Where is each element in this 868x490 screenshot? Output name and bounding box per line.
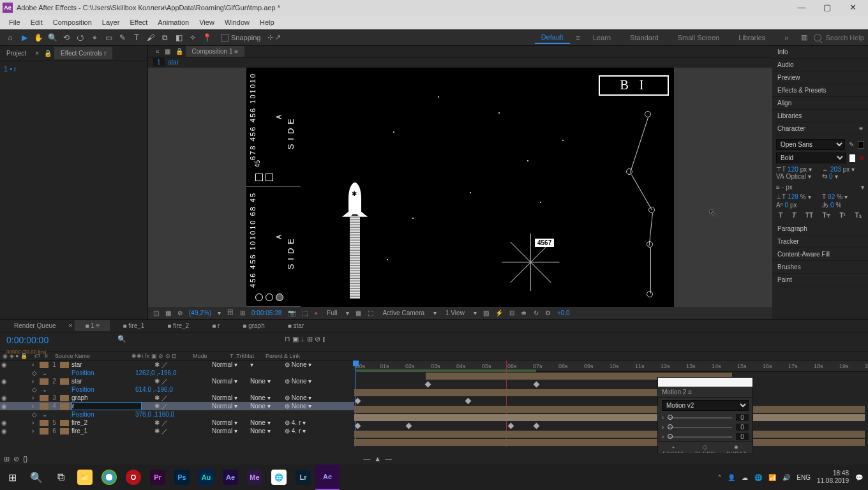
workspace-menu-icon[interactable]: ≡ [576, 34, 580, 41]
panel-libraries[interactable]: Libraries [772, 110, 868, 122]
search-help[interactable]: Search Help [814, 34, 864, 41]
toggle-in-out-icon[interactable]: {} [23, 455, 27, 463]
maximize-button[interactable]: ▢ [814, 0, 840, 15]
panel-menu-icon[interactable]: ≡ [859, 125, 863, 132]
exposure-gear-icon[interactable]: ⚙ [545, 309, 551, 316]
people-icon[interactable]: 👤 [728, 474, 735, 481]
notifications-icon[interactable]: 💬 [855, 474, 863, 481]
region-icon[interactable]: ⬚ [302, 309, 308, 316]
lightroom-icon[interactable]: Lr [291, 464, 315, 490]
panel-menu-icon[interactable]: ≡ [688, 389, 692, 396]
panel-info[interactable]: Info [772, 46, 868, 59]
tab-effect-controls[interactable]: Effect Controls r [54, 47, 113, 59]
menu-window[interactable]: Window [220, 19, 255, 26]
arrow-right-icon[interactable]: › [662, 424, 664, 431]
arrow-down-icon[interactable]: › [662, 433, 664, 440]
comp-mini-flow-icon[interactable]: ⊓ [285, 335, 290, 349]
path-vertex[interactable] [648, 207, 655, 213]
motion-blur-icon[interactable]: ⊘ [315, 335, 320, 349]
workspace-default[interactable]: Default [535, 31, 570, 44]
tab-render-queue[interactable]: Render Queue [4, 320, 66, 331]
stroke-width-value[interactable]: - [782, 184, 784, 191]
superscript-button[interactable]: T¹ [839, 212, 845, 219]
close-button[interactable]: ✕ [840, 0, 865, 15]
task-view-button[interactable]: ⧉ [49, 464, 73, 490]
eyedropper-icon[interactable]: ✎ [849, 141, 854, 148]
slider-1[interactable] [668, 417, 732, 419]
resolution-select[interactable]: Full [324, 309, 340, 317]
camera-select[interactable]: Active Camera [380, 309, 427, 317]
tab-composition[interactable]: Composition 1 ≡ [186, 46, 245, 57]
audition-icon[interactable]: Au [194, 464, 218, 490]
zoom-tool-icon[interactable]: 🔍 [46, 31, 59, 44]
hand-tool-icon[interactable]: ✋ [32, 31, 45, 44]
opera-icon[interactable]: O [121, 464, 146, 490]
track-area[interactable]: :00s01s02s03s04s05s06s07s08s09s10s11s12s… [354, 360, 868, 447]
zoom-level[interactable]: (49,2%) [189, 309, 211, 316]
eraser-tool-icon[interactable]: ◧ [172, 31, 185, 44]
col-source[interactable]: Source Name [52, 353, 129, 359]
workspace-standard[interactable]: Standard [624, 32, 665, 43]
tab-fire-2[interactable]: ■ fire_2 [157, 320, 199, 331]
slider-2-value[interactable]: 0 [736, 424, 749, 431]
panel-paint[interactable]: Paint [772, 274, 868, 286]
toggle-modes-icon[interactable]: ⊘ [13, 455, 19, 463]
zoom-in-icon[interactable]: — [385, 455, 392, 463]
baseline-value[interactable]: 0 [784, 202, 788, 209]
menu-file[interactable]: File [4, 19, 26, 26]
tab-fire-1[interactable]: ■ fire_1 [112, 320, 154, 331]
cloud-icon[interactable]: ☁ [742, 474, 748, 481]
fill-swatch[interactable] [858, 141, 864, 149]
volume-icon[interactable]: 🔊 [782, 474, 790, 481]
snapping-toggle[interactable]: Snapping ⊹ ↗ [221, 33, 281, 41]
panel-brushes[interactable]: Brushes [772, 261, 868, 274]
tracking-value[interactable]: 0 [829, 173, 833, 180]
slider-2[interactable] [668, 427, 732, 428]
panel-effects-presets[interactable]: Effects & Presets [772, 84, 868, 97]
exposure-value[interactable]: +0,0 [557, 309, 570, 316]
layer-row[interactable]: ◉›5fire_2✱ ／Normal ▾None ▾⊚ 4. r ▾ [0, 419, 354, 427]
panel-character[interactable]: Character≡ [772, 122, 868, 135]
slider-3[interactable] [668, 436, 732, 438]
home-icon[interactable]: ⌂ [4, 31, 17, 44]
menu-effect[interactable]: Effect [124, 19, 153, 26]
frame-blend-icon[interactable]: ⊞ [307, 335, 313, 349]
start-button[interactable]: ⊞ [0, 464, 24, 490]
chrome-icon[interactable] [97, 464, 121, 490]
menu-edit[interactable]: Edit [26, 19, 48, 26]
clone-tool-icon[interactable]: ⧉ [158, 31, 171, 44]
tab-star[interactable]: ■ star [278, 320, 315, 331]
font-size-value[interactable]: 120 [788, 166, 798, 173]
layer-row[interactable]: ◉›6fire_1✱ ／Normal ▾None ▾⊚ 4. r ▾ [0, 427, 354, 435]
type-tool-icon[interactable]: T [130, 31, 143, 44]
panel-paragraph[interactable]: Paragraph [772, 223, 868, 235]
col-mode[interactable]: Mode [190, 353, 227, 359]
tray-up-icon[interactable]: ˄ [718, 474, 721, 481]
slider-1-value[interactable]: 0 [736, 414, 749, 421]
tab-close-icon[interactable]: × [33, 50, 41, 57]
transparency-icon[interactable]: ▦ [355, 309, 361, 316]
viewer-area[interactable]: 678 456 456 101010 SIDE A 45 456 456 101… [148, 68, 772, 307]
media-encoder-icon[interactable]: Me [243, 464, 267, 490]
panel-menu-icon[interactable]: ▥ [801, 33, 807, 41]
zoom-out-icon[interactable]: — [363, 455, 370, 463]
font-family-select[interactable]: Open Sans [776, 139, 845, 150]
layer-name[interactable]: star [168, 59, 179, 66]
close-icon[interactable]: × [69, 322, 73, 329]
pixel-aspect-icon[interactable]: ▧ [483, 309, 489, 316]
3d-icon[interactable]: ⬚ [368, 309, 373, 316]
path-vertex[interactable] [647, 291, 653, 297]
show-channel-icon[interactable]: ● [314, 309, 318, 316]
toggle-switches-icon[interactable]: ⊞ [4, 455, 10, 463]
hscale-value[interactable]: 82 [828, 193, 835, 200]
path-vertex[interactable] [647, 241, 653, 248]
graph-editor-icon[interactable]: ⫿ [322, 335, 326, 349]
misc-app-icon[interactable]: 🌐 [267, 464, 291, 490]
lock-icon[interactable]: 🔒 [173, 48, 186, 55]
snapshot-icon[interactable]: 📷 [288, 309, 296, 316]
panel-audio[interactable]: Audio [772, 59, 868, 71]
slider-3-value[interactable]: 0 [736, 433, 749, 440]
puppet-tool-icon[interactable]: 📍 [200, 31, 213, 44]
timeline-search-icon[interactable]: 🔍 [115, 332, 129, 352]
col-parent[interactable]: Parent & Link [263, 353, 314, 359]
